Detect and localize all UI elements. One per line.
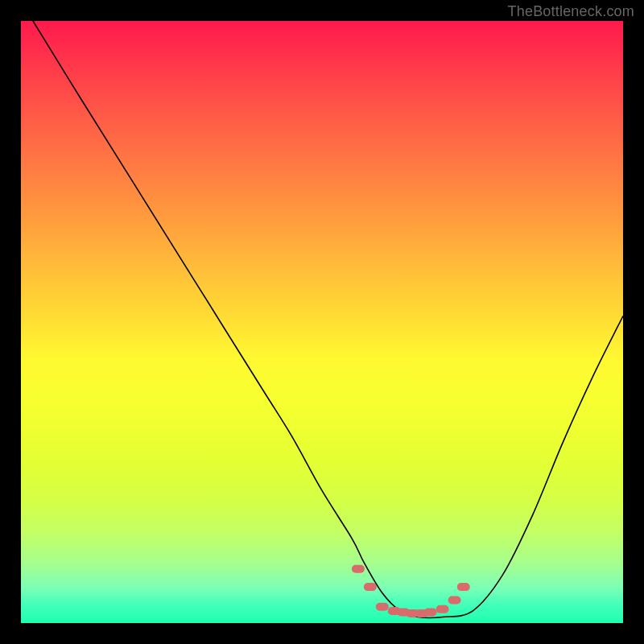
curve-marker [352,565,365,573]
curve-marker [448,597,461,605]
watermark-text: TheBottleneck.com [508,3,634,20]
curve-marker [457,583,470,591]
curve-marker [424,609,437,617]
curve-marker [436,605,449,613]
bottleneck-curve [33,21,623,617]
curve-layer [21,21,623,623]
curve-marker [364,583,377,591]
curve-marker [376,603,389,611]
chart-background [21,21,623,623]
